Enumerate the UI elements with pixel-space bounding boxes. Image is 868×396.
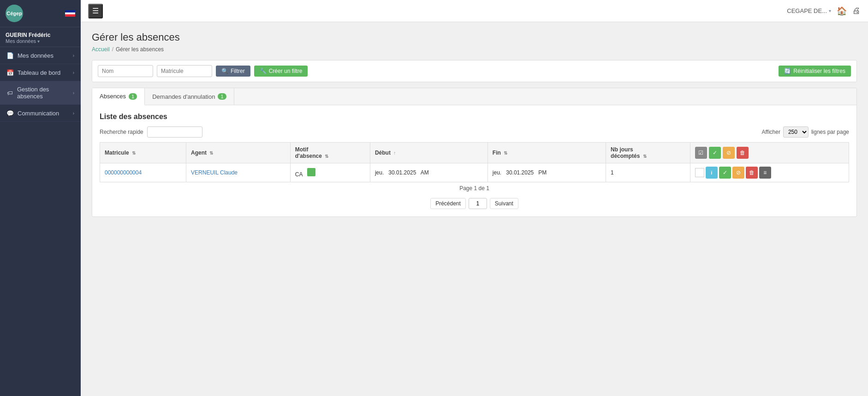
lignes-label: lignes par page: [811, 129, 849, 135]
debut-day: jeu.: [375, 169, 384, 176]
trash-icon: 🗑: [749, 169, 755, 176]
col-debut[interactable]: Début ↑: [370, 143, 488, 163]
motif-code: CA: [295, 171, 303, 178]
create-filter-label: Créer un filtre: [269, 68, 303, 74]
sidebar-user: GUERIN Frédéric Mes données ▾: [0, 27, 81, 47]
chevron-down-icon: ▾: [37, 39, 40, 44]
sidebar: Cégep GUERIN Frédéric Mes données ▾ 📄 Me…: [0, 0, 81, 396]
menu-toggle-button[interactable]: ☰: [88, 4, 103, 18]
filter-button[interactable]: 🔍 Filtrer: [216, 66, 250, 77]
header-delete-btn[interactable]: 🗑: [737, 147, 749, 159]
sidebar-item-mes-donnees[interactable]: 📄 Mes données ›: [0, 47, 81, 64]
col-matricule[interactable]: Matricule ⇅: [100, 143, 186, 163]
list-title: Liste des absences: [100, 113, 849, 121]
user-link-label: Mes données: [6, 38, 36, 44]
tabs-header: Absences 1 Demandes d'annulation 1: [92, 88, 856, 105]
french-flag-icon: [65, 10, 75, 17]
check-icon: ✓: [723, 169, 727, 176]
col-fin[interactable]: Fin ⇅: [488, 143, 606, 163]
cell-motif: CA: [290, 163, 370, 182]
row-info-btn[interactable]: i: [706, 167, 718, 179]
page-info: Page 1 de 1: [100, 185, 849, 192]
row-extra-btn[interactable]: ≡: [759, 167, 771, 179]
tab-demandes-label: Demandes d'annulation: [152, 93, 215, 100]
per-page-control: Afficher 250 50 100 lignes par page: [761, 126, 849, 138]
chevron-right-icon: ›: [73, 111, 74, 116]
absences-table: Matricule ⇅ Agent ⇅ Motifd'absence ⇅ Déb…: [100, 142, 849, 182]
sidebar-item-gestion-des-absences[interactable]: 🏷 Gestion des absences ›: [0, 81, 81, 105]
col-header-actions: ☑ ✓ ⊘ 🗑: [690, 143, 849, 163]
row-checkbox[interactable]: [695, 168, 704, 177]
main-content: ☰ CEGAPE DE... ▾ 🏠 🖨 Gérer les absences …: [81, 0, 868, 396]
topbar-user-label: CEGAPE DE...: [787, 7, 827, 14]
name-input[interactable]: [98, 65, 153, 77]
quick-search-label: Recherche rapide: [100, 129, 143, 135]
row-delete-btn[interactable]: 🗑: [746, 167, 758, 179]
tab-demandes-annulation[interactable]: Demandes d'annulation 1: [145, 88, 234, 105]
tab-absences-badge: 1: [129, 93, 137, 100]
trash-icon: 🗑: [740, 150, 745, 156]
row-cancel-btn[interactable]: ⊘: [732, 167, 744, 179]
header-validate-btn[interactable]: ✓: [709, 147, 721, 159]
hamburger-icon: ☰: [92, 6, 99, 15]
cell-fin: jeu. 30.01.2025 PM: [488, 163, 606, 182]
matricule-input[interactable]: [157, 65, 212, 77]
logo-text: Cégep: [6, 11, 22, 16]
fin-period: PM: [538, 169, 547, 176]
chevron-right-icon: ›: [73, 90, 74, 96]
table-header-row: Matricule ⇅ Agent ⇅ Motifd'absence ⇅ Déb…: [100, 143, 849, 163]
page-content: Gérer les absences Accueil / Gérer les a…: [81, 22, 868, 396]
agent-link[interactable]: VERNEUIL Claude: [191, 169, 238, 176]
cell-nb-jours: 1: [606, 163, 690, 182]
motif-color-block: [307, 168, 315, 176]
home-icon[interactable]: 🏠: [837, 6, 847, 16]
extra-icon: ≡: [763, 169, 767, 176]
fin-day: jeu.: [493, 169, 501, 176]
prev-button[interactable]: Précédent: [430, 198, 466, 209]
calendar-icon: 📅: [6, 69, 14, 76]
matricule-link[interactable]: 000000000004: [105, 169, 142, 176]
row-actions: i ✓ ⊘ 🗑: [695, 167, 844, 179]
create-filter-button[interactable]: 🔧 Créer un filtre: [254, 66, 308, 77]
sidebar-nav: 📄 Mes données › 📅 Tableau de bord › 🏷 Ge…: [0, 47, 81, 396]
print-icon[interactable]: 🖨: [852, 6, 861, 16]
plus-icon: 🔧: [260, 68, 267, 74]
col-nb-jours[interactable]: Nb joursdécomptés ⇅: [606, 143, 690, 163]
sidebar-item-communication[interactable]: 💬 Communication ›: [0, 105, 81, 122]
sidebar-logo: Cégep: [6, 5, 23, 22]
sidebar-item-tableau-de-bord[interactable]: 📅 Tableau de bord ›: [0, 64, 81, 81]
reset-icon: 🔄: [784, 68, 791, 74]
page-number-input[interactable]: [469, 198, 487, 209]
quick-search-input[interactable]: [147, 126, 202, 138]
debut-date: 30.01.2025: [388, 169, 416, 176]
cell-row-actions: i ✓ ⊘ 🗑: [690, 163, 849, 182]
table-body: 000000000004 VERNEUIL Claude CA: [100, 163, 849, 182]
breadcrumb-home[interactable]: Accueil: [92, 46, 110, 53]
quick-search: Recherche rapide: [100, 126, 202, 138]
cell-agent: VERNEUIL Claude: [186, 163, 291, 182]
row-validate-btn[interactable]: ✓: [719, 167, 731, 179]
reset-filters-button[interactable]: 🔄 Réinitialiser les filtres: [779, 66, 851, 77]
header-checkbox-btn[interactable]: ☑: [695, 147, 707, 159]
cancel-icon: ⊘: [726, 150, 731, 156]
next-button[interactable]: Suivant: [490, 198, 518, 209]
chat-icon: 💬: [6, 109, 14, 117]
per-page-select[interactable]: 250 50 100: [783, 126, 809, 138]
sidebar-user-link[interactable]: Mes données ▾: [6, 38, 75, 44]
fin-date: 30.01.2025: [506, 169, 534, 176]
list-controls: Recherche rapide Afficher 250 50 100 lig…: [100, 126, 849, 138]
afficher-label: Afficher: [761, 129, 780, 135]
reset-btn-label: Réinitialiser les filtres: [793, 68, 845, 74]
tab-absences[interactable]: Absences 1: [92, 88, 145, 105]
list-section: Liste des absences Recherche rapide Affi…: [92, 105, 856, 216]
col-motif[interactable]: Motifd'absence ⇅: [290, 143, 370, 163]
sidebar-item-label: Gestion des absences: [17, 86, 73, 100]
topbar-user-menu[interactable]: CEGAPE DE... ▾: [787, 7, 831, 14]
cell-matricule: 000000000004: [100, 163, 186, 182]
topbar-right: CEGAPE DE... ▾ 🏠 🖨: [787, 6, 861, 16]
tab-absences-label: Absences: [100, 93, 126, 100]
header-cancel-btn[interactable]: ⊘: [723, 147, 735, 159]
tab-demandes-badge: 1: [218, 93, 226, 100]
sidebar-item-label: Tableau de bord: [18, 69, 60, 76]
col-agent[interactable]: Agent ⇅: [186, 143, 291, 163]
